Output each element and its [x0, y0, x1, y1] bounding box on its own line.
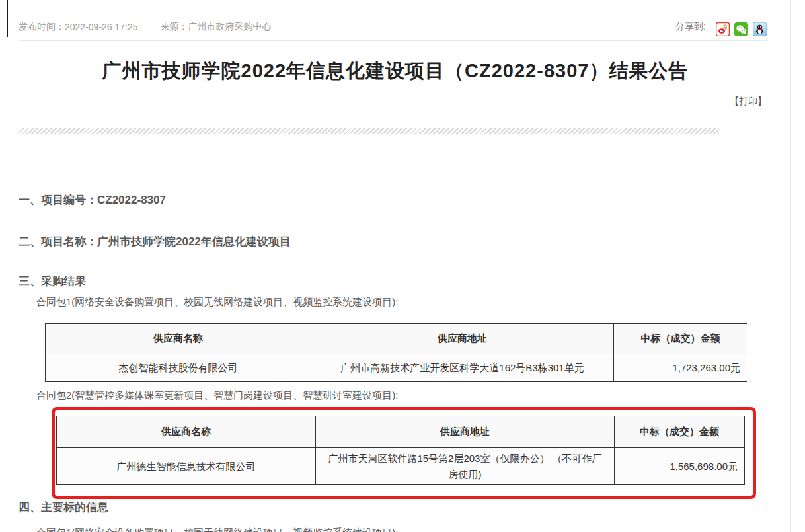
- share-bar: 分享到:: [675, 17, 767, 36]
- publish-time-label: 发布时间：: [19, 21, 65, 33]
- column-header-supplier-address: 供应商地址: [311, 324, 614, 354]
- column-header-award-amount: 中标（成交）金额: [614, 324, 748, 354]
- column-header-award-amount: 中标（成交）金额: [615, 416, 745, 448]
- award-amount-cell: 1,723,263.00元: [614, 354, 748, 382]
- supplier-name-cell: 广州德生智能信息技术有限公司: [57, 448, 316, 485]
- section-procurement-result: 三、采购结果: [19, 274, 86, 289]
- source-label: 来源：: [161, 21, 188, 33]
- wechat-icon[interactable]: [734, 22, 748, 36]
- supplier-address-cell: 广州市天河区软件路15号第2层203室（仅限办公） （不可作厂房使用): [316, 448, 615, 485]
- package2-caption: 合同包2(智慧管控多媒体课室更新项目、智慧门岗建设项目、智慧研讨室建设项目):: [36, 389, 399, 402]
- left-edge-mark: [7, 0, 8, 37]
- table-header-row: 供应商名称 供应商地址 中标（成交）金额: [57, 416, 745, 448]
- supplier-name-cell: 杰创智能科技股份有限公司: [46, 354, 311, 382]
- column-header-supplier-name: 供应商名称: [57, 416, 316, 448]
- table-row: 杰创智能科技股份有限公司 广州市高新技术产业开发区科学大道162号B3栋301单…: [46, 354, 748, 382]
- qq-icon[interactable]: [753, 22, 767, 36]
- award-amount-cell: 1,565,698.00元: [615, 448, 745, 485]
- source-value: 广州市政府采购中心: [188, 21, 272, 33]
- share-label: 分享到:: [675, 21, 706, 33]
- print-button[interactable]: 【打印】: [730, 96, 767, 108]
- package1-table: 供应商名称 供应商地址 中标（成交）金额 杰创智能科技股份有限公司 广州市高新技…: [45, 323, 748, 382]
- table-header-row: 供应商名称 供应商地址 中标（成交）金额: [46, 324, 748, 354]
- column-header-supplier-address: 供应商地址: [316, 416, 615, 448]
- package1-caption-partial: 合同包1(网络安全设备购置项目、校园无线网络建设项目、视频监控系统建设项目):: [36, 527, 399, 532]
- supplier-address-cell: 广州市高新技术产业开发区科学大道162号B3栋301单元: [311, 354, 614, 382]
- table-row: 广州德生智能信息技术有限公司 广州市天河区软件路15号第2层203室（仅限办公）…: [57, 448, 745, 485]
- meta-bar: 发布时间： 2022-09-26 17:25 来源： 广州市政府采购中心 分享到…: [19, 17, 767, 36]
- share-icon-group: [711, 22, 767, 36]
- meta-divider: [19, 40, 767, 41]
- weibo-icon[interactable]: [716, 22, 730, 36]
- section-project-number: 一、项目编号：CZ2022-8307: [19, 192, 166, 208]
- hatched-divider: [19, 128, 719, 134]
- page-title: 广州市技师学院2022年信息化建设项目（CZ2022-8307）结果公告: [0, 58, 790, 85]
- publish-time-value: 2022-09-26 17:25: [65, 22, 138, 32]
- package1-caption: 合同包1(网络安全设备购置项目、校园无线网络建设项目、视频监控系统建设项目):: [36, 296, 399, 309]
- section-project-name: 二、项目名称：广州市技师学院2022年信息化建设项目: [19, 234, 291, 249]
- section-main-bid-info: 四、主要标的信息: [19, 500, 108, 515]
- announcement-page: 发布时间： 2022-09-26 17:25 来源： 广州市政府采购中心 分享到…: [0, 0, 791, 532]
- column-header-supplier-name: 供应商名称: [46, 324, 311, 354]
- package2-table: 供应商名称 供应商地址 中标（成交）金额 广州德生智能信息技术有限公司 广州市天…: [56, 416, 745, 485]
